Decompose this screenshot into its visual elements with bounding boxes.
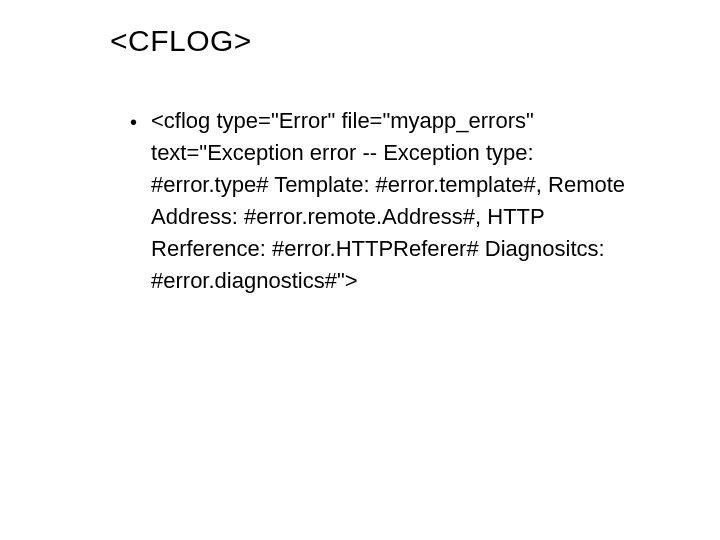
bullet-text: <cflog type="Error" file="myapp_errors" … (151, 105, 630, 297)
bullet-item: • <cflog type="Error" file="myapp_errors… (130, 105, 630, 297)
slide-title: <CFLOG> (110, 24, 252, 58)
slide-body: • <cflog type="Error" file="myapp_errors… (130, 105, 630, 297)
bullet-marker: • (130, 107, 137, 137)
slide: <CFLOG> • <cflog type="Error" file="myap… (0, 0, 720, 540)
